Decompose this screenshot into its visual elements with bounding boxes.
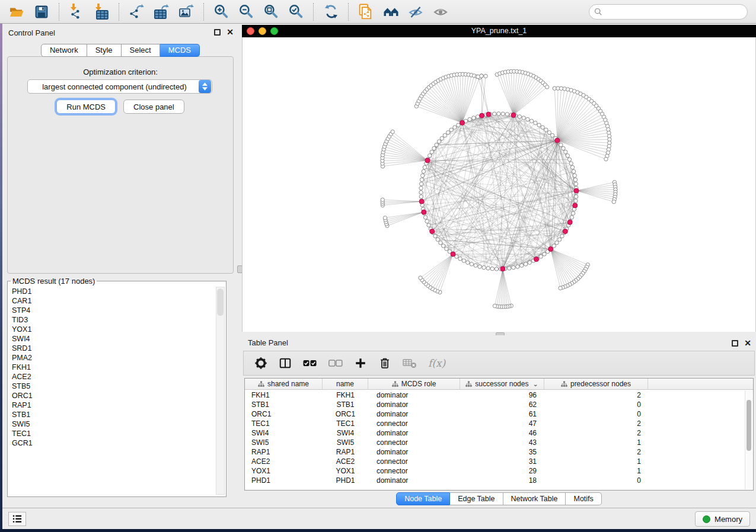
mcds-result-item[interactable]: SWI5 (9, 419, 213, 429)
mcds-result-item[interactable]: TID3 (9, 315, 213, 325)
cell-predecessor-nodes: 1 (544, 438, 648, 447)
float-panel-icon[interactable] (732, 340, 738, 347)
tab-motifs[interactable]: Motifs (566, 492, 601, 505)
scrollbar-thumb[interactable] (747, 400, 751, 451)
control-panel-tabs: Network Style Select MCDS (2, 44, 238, 57)
mcds-result-item[interactable]: TEC1 (9, 429, 213, 438)
export-network-button[interactable] (126, 2, 147, 22)
neighbors-button[interactable] (380, 2, 401, 22)
table-row[interactable]: FKH1FKH1dominator962 (245, 390, 745, 400)
cell-name: FKH1 (323, 391, 368, 399)
import-table-button[interactable] (91, 2, 112, 22)
cell-predecessor-nodes: 1 (544, 457, 648, 466)
cell-shared-name: ORC1 (245, 410, 323, 418)
column-header-name[interactable]: name (323, 379, 368, 389)
mcds-result-item[interactable]: SWI4 (9, 334, 213, 344)
mcds-result-item[interactable]: GCR1 (9, 438, 213, 448)
cell-mcds-role: dominator (368, 400, 460, 409)
table-row[interactable]: ORC1ORC1dominator610 (245, 409, 745, 419)
table-row[interactable]: YOX1YOX1connector291 (245, 466, 745, 476)
close-panel-icon[interactable]: ✕ (227, 28, 234, 36)
mcds-result-item[interactable]: ACE2 (9, 372, 213, 382)
tab-style[interactable]: Style (87, 44, 122, 57)
close-panel-button[interactable]: Close panel (123, 100, 184, 114)
show-all-button[interactable] (430, 2, 451, 22)
table-row[interactable]: SWI4SWI4dominator462 (245, 428, 745, 438)
close-window-traffic-light[interactable] (247, 27, 254, 35)
memory-button[interactable]: Memory (695, 511, 750, 527)
search-input[interactable] (589, 4, 748, 20)
tab-select[interactable]: Select (122, 44, 160, 57)
save-session-button[interactable] (31, 2, 52, 22)
mcds-result-item[interactable]: SRD1 (9, 344, 213, 353)
refresh-button[interactable] (320, 2, 342, 22)
tab-node-table[interactable]: Node Table (396, 492, 450, 505)
mcds-result-item[interactable]: STP4 (9, 306, 213, 315)
add-column-button[interactable] (354, 357, 367, 370)
mcds-result-item[interactable]: CAR1 (9, 296, 213, 306)
table-row[interactable]: STB1STB1dominator620 (245, 400, 745, 409)
cell-mcds-role: connector (368, 419, 460, 428)
tab-network[interactable]: Network (41, 44, 87, 57)
list-icon (12, 514, 23, 524)
mcds-result-item[interactable]: PMA2 (9, 353, 213, 363)
zoom-in-button[interactable] (210, 2, 232, 22)
table-row[interactable]: RAP1RAP1dominator352 (245, 447, 745, 457)
dropdown-stepper-icon (199, 80, 211, 93)
column-header-mcds-role[interactable]: MCDS role (368, 379, 460, 389)
table-settings-button[interactable] (254, 357, 267, 370)
mcds-result-item[interactable]: STB1 (9, 410, 213, 419)
column-header-successor-nodes[interactable]: successor nodes ⌄ (460, 379, 544, 389)
table-row[interactable]: SWI5SWI5connector431 (245, 438, 745, 447)
minimize-window-traffic-light[interactable] (259, 27, 266, 35)
mcds-result-item[interactable]: STB5 (9, 382, 213, 391)
cell-predecessor-nodes: 2 (544, 448, 648, 456)
table-row[interactable]: PHD1PHD1dominator180 (245, 476, 745, 485)
maximize-window-traffic-light[interactable] (270, 27, 278, 35)
run-mcds-button[interactable]: Run MCDS (56, 100, 116, 114)
table-scrollbar[interactable] (745, 390, 752, 489)
delete-columns-button[interactable] (378, 357, 391, 370)
mcds-result-list[interactable]: PHD1CAR1STP4TID3YOX1SWI4SRD1PMA2FKH1ACE2… (9, 287, 213, 495)
delete-table-button-disabled[interactable] (403, 357, 417, 369)
export-table-button[interactable] (151, 2, 172, 22)
float-panel-icon[interactable] (214, 29, 221, 36)
tab-mcds[interactable]: MCDS (160, 44, 200, 57)
export-image-icon (178, 4, 194, 20)
table-row[interactable]: TEC1TEC1connector472 (245, 419, 745, 428)
column-header-shared-name[interactable]: shared name (245, 379, 323, 389)
table-panel-header: Table Panel ✕ (242, 338, 756, 350)
mcds-result-item[interactable]: FKH1 (9, 363, 213, 372)
function-builder-button-disabled[interactable]: f(x) (428, 357, 445, 369)
table-row[interactable]: ACE2ACE2connector311 (245, 457, 745, 466)
task-history-button[interactable] (8, 512, 26, 526)
zoom-selected-button[interactable] (285, 2, 307, 22)
cell-predecessor-nodes: 0 (544, 476, 648, 485)
mcds-result-item[interactable]: PHD1 (9, 287, 213, 296)
close-panel-icon[interactable]: ✕ (744, 339, 751, 347)
select-all-rows-button[interactable] (303, 358, 317, 368)
tab-edge-table[interactable]: Edge Table (450, 492, 503, 505)
mcds-list-scrollbar[interactable] (216, 287, 225, 495)
zoom-out-button[interactable] (235, 2, 257, 22)
mcds-result-item[interactable]: YOX1 (9, 325, 213, 334)
import-table-icon (94, 4, 110, 20)
tab-network-table[interactable]: Network Table (503, 492, 566, 505)
mcds-result-item[interactable]: ORC1 (9, 391, 213, 400)
split-pane-button[interactable] (279, 357, 292, 370)
hide-selected-button[interactable] (405, 2, 426, 22)
optimization-criterion-select[interactable]: largest connected component (undirected) (27, 79, 212, 94)
deselect-all-rows-button[interactable] (328, 358, 343, 368)
column-header-predecessor-nodes[interactable]: predecessor nodes (544, 379, 648, 389)
export-image-button[interactable] (176, 2, 197, 22)
cell-mcds-role: dominator (368, 391, 460, 399)
cell-successor-nodes: 47 (460, 419, 544, 428)
network-canvas[interactable] (242, 37, 756, 332)
open-session-button[interactable] (6, 2, 27, 22)
mcds-result-item[interactable]: RAP1 (9, 400, 213, 410)
network-from-selection-button[interactable] (355, 2, 377, 22)
import-network-button[interactable] (66, 2, 87, 22)
network-view-window: YPA_prune.txt_1 (242, 25, 756, 332)
control-panel: Control Panel ✕ Network Style Select MCD… (2, 24, 238, 508)
zoom-fit-button[interactable] (260, 2, 282, 22)
